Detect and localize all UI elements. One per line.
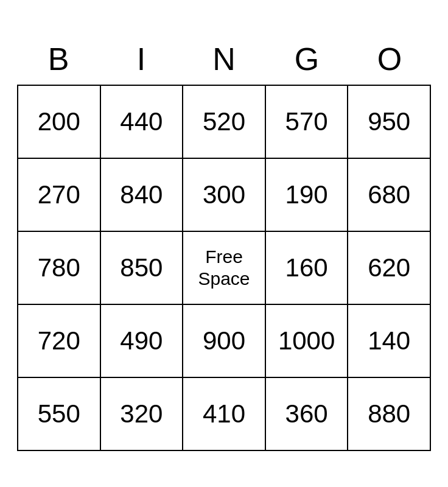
bingo-cell-r0-c3: 570 [266, 86, 349, 159]
bingo-cell-r2-c1: 850 [101, 232, 184, 305]
bingo-cell-r4-c2: 410 [183, 378, 266, 451]
bingo-cell-r0-c2: 520 [183, 86, 266, 159]
bingo-cell-r3-c2: 900 [183, 305, 266, 378]
header-letter-b: B [17, 36, 100, 82]
header-letter-o: O [348, 36, 431, 82]
bingo-cell-r2-c3: 160 [266, 232, 349, 305]
bingo-cell-r0-c1: 440 [101, 86, 184, 159]
bingo-cell-r2-c2: FreeSpace [183, 232, 266, 305]
bingo-cell-r1-c0: 270 [18, 159, 101, 232]
bingo-card: BINGO 2004405205709502708403001906807808… [17, 36, 431, 451]
bingo-cell-r4-c0: 550 [18, 378, 101, 451]
bingo-cell-r3-c0: 720 [18, 305, 101, 378]
header-letter-i: I [100, 36, 183, 82]
bingo-cell-r2-c4: 620 [348, 232, 431, 305]
bingo-header: BINGO [17, 36, 431, 82]
bingo-cell-r4-c4: 880 [348, 378, 431, 451]
bingo-cell-r1-c4: 680 [348, 159, 431, 232]
bingo-cell-r3-c4: 140 [348, 305, 431, 378]
bingo-grid: 200440520570950270840300190680780850Free… [17, 85, 431, 451]
bingo-cell-r4-c3: 360 [266, 378, 349, 451]
bingo-cell-r3-c3: 1000 [266, 305, 349, 378]
bingo-cell-r2-c0: 780 [18, 232, 101, 305]
bingo-cell-r1-c3: 190 [266, 159, 349, 232]
bingo-cell-r1-c2: 300 [183, 159, 266, 232]
header-letter-g: G [265, 36, 348, 82]
header-letter-n: N [183, 36, 265, 82]
bingo-cell-r0-c0: 200 [18, 86, 101, 159]
bingo-cell-r3-c1: 490 [101, 305, 184, 378]
bingo-cell-r0-c4: 950 [348, 86, 431, 159]
bingo-cell-r1-c1: 840 [101, 159, 184, 232]
bingo-cell-r4-c1: 320 [101, 378, 184, 451]
